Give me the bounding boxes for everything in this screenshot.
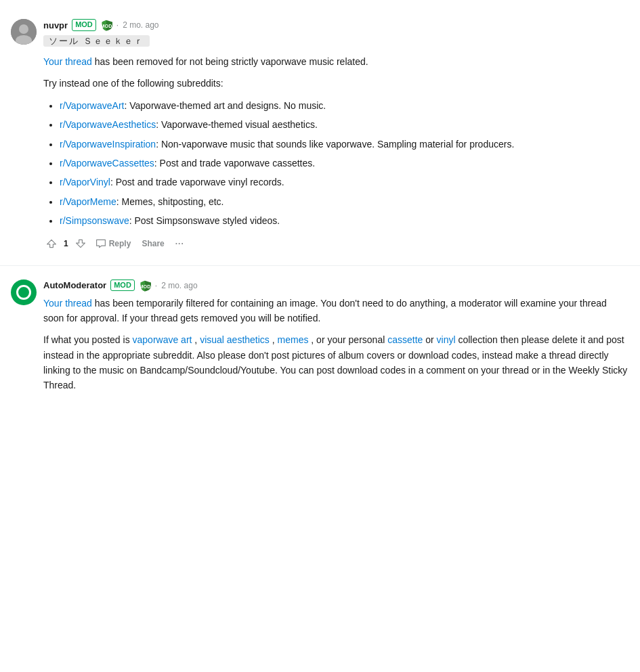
memes-link[interactable]: memes	[278, 334, 309, 345]
shield-icon-automod: MOD	[139, 279, 151, 292]
subreddit-list: r/VaporwaveArt: Vaporwave-themed art and…	[43, 98, 629, 229]
downvote-button[interactable]	[72, 236, 89, 252]
list-item: r/VaporwaveAesthetics: Vaporwave-themed …	[60, 117, 629, 132]
comment-separator	[0, 265, 640, 266]
visual-aesthetics-link[interactable]: visual aesthetics	[200, 334, 270, 345]
svg-point-1	[19, 24, 28, 34]
your-thread-link-1[interactable]: Your thread	[43, 56, 92, 67]
cassette-link[interactable]: cassette	[387, 334, 423, 345]
avatar-ring	[16, 285, 31, 300]
subreddit-link-2[interactable]: r/VaporwaveInspiration	[60, 139, 156, 150]
upvote-button[interactable]	[43, 236, 60, 252]
username-automod: AutoModerator	[43, 280, 106, 290]
timestamp: 2 mo. ago	[123, 20, 158, 30]
automod-para-2: If what you posted is vaporwave art , vi…	[43, 332, 629, 393]
username: nuvpr	[43, 20, 68, 30]
list-item: r/Simpsonswave: Post Simpsonswave styled…	[60, 213, 629, 228]
list-item: r/VaporwaveArt: Vaporwave-themed art and…	[60, 98, 629, 113]
comment-meta-automod: AutoModerator MOD MOD · 2 mo. ago	[43, 279, 629, 292]
list-item: r/VaporwaveCassettes: Post and trade vap…	[60, 156, 629, 171]
avatar-image	[11, 19, 37, 45]
automoderator-avatar	[11, 279, 37, 400]
comment-body-container-automod: AutoModerator MOD MOD · 2 mo. ago Your t…	[43, 279, 629, 400]
svg-text:MOD: MOD	[100, 23, 112, 29]
automod-comment-text: Your thread has been temporarily filtere…	[43, 296, 629, 393]
subreddit-intro: Try instead one of the following subredd…	[43, 76, 629, 91]
comment-icon	[95, 238, 106, 249]
comment-actions: 1 Reply Share ···	[43, 236, 629, 252]
mod-badge: MOD	[72, 19, 96, 30]
subreddit-link-0[interactable]: r/VaporwaveArt	[60, 100, 124, 111]
vinyl-link[interactable]: vinyl	[437, 334, 456, 345]
comment-text: Your thread has been removed for not bei…	[43, 54, 629, 229]
downvote-icon	[75, 238, 86, 249]
timestamp-dot: ·	[116, 20, 119, 30]
mod-badge-automod: MOD	[110, 279, 135, 291]
svg-text:MOD: MOD	[139, 283, 150, 289]
list-item: r/VaporwaveInspiration: Non-vaporwave mu…	[60, 137, 629, 152]
subreddit-link-6[interactable]: r/Simpsonswave	[60, 215, 129, 226]
comment-body-container: nuvpr MOD MOD · 2 mo. ago ソール Ｓｅｅｋｅｒ You…	[43, 19, 629, 252]
your-thread-link-automod[interactable]: Your thread	[43, 298, 92, 309]
automod-para-1: Your thread has been temporarily filtere…	[43, 296, 629, 326]
subreddit-link-4[interactable]: r/VaporVinyl	[60, 177, 110, 187]
upvote-icon	[46, 238, 57, 249]
vaporwave-art-link[interactable]: vaporwave art	[133, 334, 192, 345]
shield-icon: MOD	[100, 19, 112, 31]
comment-meta: nuvpr MOD MOD · 2 mo. ago	[43, 19, 629, 31]
more-button[interactable]: ···	[171, 236, 188, 251]
subreddit-link-3[interactable]: r/VaporwaveCassettes	[60, 158, 154, 169]
vote-count: 1	[62, 239, 70, 248]
share-button[interactable]: Share	[137, 236, 168, 251]
subreddit-link-1[interactable]: r/VaporwaveAesthetics	[60, 119, 156, 130]
list-item: r/VaporMeme: Memes, shitposting, etc.	[60, 194, 629, 209]
list-item: r/VaporVinyl: Post and trade vaporwave v…	[60, 175, 629, 189]
avatar	[11, 19, 37, 252]
comment-automoderator: AutoModerator MOD MOD · 2 mo. ago Your t…	[0, 271, 640, 408]
comment-nuvpr: nuvpr MOD MOD · 2 mo. ago ソール Ｓｅｅｋｅｒ You…	[0, 11, 640, 260]
reply-button[interactable]: Reply	[91, 236, 135, 252]
subreddit-link-5[interactable]: r/VaporMeme	[60, 196, 116, 207]
timestamp-automod: 2 mo. ago	[161, 281, 197, 290]
japanese-tag: ソール Ｓｅｅｋｅｒ	[43, 35, 150, 47]
timestamp-dot-automod: ·	[155, 281, 157, 290]
body-intro-paragraph: Your thread has been removed for not bei…	[43, 54, 629, 69]
